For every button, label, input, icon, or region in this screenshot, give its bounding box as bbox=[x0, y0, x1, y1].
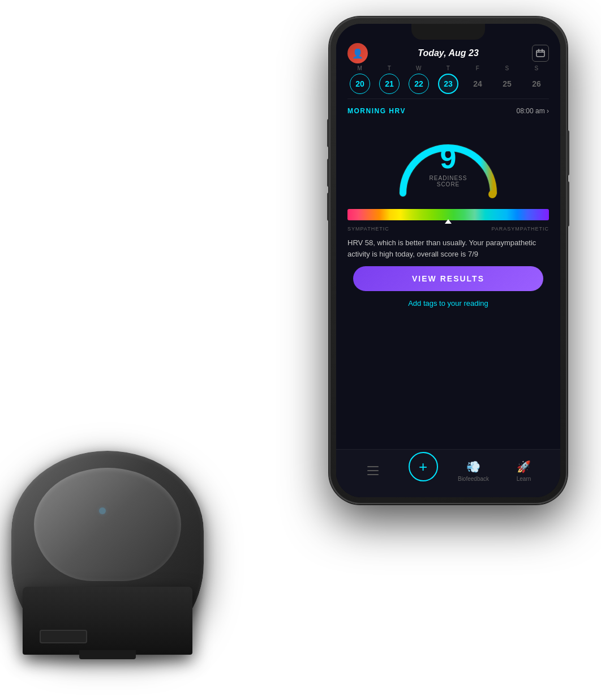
nav-item-add[interactable]: + bbox=[398, 452, 448, 489]
day-friday[interactable]: F 24 bbox=[467, 65, 488, 94]
phone-wrapper: 👤 Today, Aug 23 M 20 bbox=[329, 17, 567, 674]
week-strip: M 20 T 21 W 22 T 23 bbox=[336, 61, 560, 96]
gauge-readiness-label: READINESS SCORE bbox=[430, 175, 467, 187]
day-letter-f: F bbox=[476, 65, 480, 71]
day-letter-t2: T bbox=[447, 65, 450, 71]
day-num-23: 23 bbox=[438, 74, 458, 94]
hrv-time-chevron: › bbox=[547, 107, 549, 115]
hardware-device bbox=[11, 417, 215, 655]
biofeedback-label: Biofeedback bbox=[458, 476, 489, 482]
svg-point-1 bbox=[488, 190, 496, 198]
day-saturday[interactable]: S 25 bbox=[497, 65, 517, 94]
add-tags-section: Add tags to your reading bbox=[336, 296, 560, 310]
hrv-time: 08:00 am › bbox=[517, 107, 549, 115]
day-num-26: 26 bbox=[526, 74, 547, 94]
hrv-label: MORNING HRV bbox=[347, 107, 406, 115]
biofeedback-icon: 💨 bbox=[466, 460, 480, 473]
stats-icon bbox=[367, 466, 379, 475]
hrv-description: HRV 58, which is better than usually. Yo… bbox=[336, 232, 560, 264]
learn-label: Learn bbox=[517, 476, 531, 482]
spectrum-section: SYMPATHETIC PARASYMPATHETIC bbox=[336, 209, 560, 232]
gauge-container: 9 READINESS SCORE bbox=[347, 119, 549, 204]
phone-notch bbox=[411, 24, 485, 40]
day-num-24: 24 bbox=[467, 74, 488, 94]
device-base bbox=[23, 587, 192, 655]
day-letter-m: M bbox=[358, 65, 363, 71]
day-num-22: 22 bbox=[409, 74, 429, 94]
spectrum-indicator bbox=[445, 219, 452, 224]
nav-item-learn[interactable]: 🚀 Learn bbox=[499, 460, 549, 482]
day-num-20: 20 bbox=[350, 74, 370, 94]
day-letter-t1: T bbox=[388, 65, 392, 71]
day-num-25: 25 bbox=[497, 74, 517, 94]
sympathetic-label: SYMPATHETIC bbox=[347, 226, 389, 232]
add-tags-text[interactable]: Add tags to your reading bbox=[408, 299, 488, 308]
view-results-button[interactable]: VIEW RESULTS bbox=[353, 266, 543, 291]
header-date: Today, Aug 23 bbox=[418, 48, 479, 58]
day-tuesday[interactable]: T 21 bbox=[379, 65, 400, 94]
day-monday[interactable]: M 20 bbox=[350, 65, 370, 94]
calendar-icon[interactable] bbox=[532, 45, 549, 62]
header-divider bbox=[347, 99, 549, 99]
gauge-center: 9 READINESS SCORE bbox=[430, 143, 467, 187]
day-num-21: 21 bbox=[379, 74, 400, 94]
day-wednesday[interactable]: W 22 bbox=[409, 65, 429, 94]
phone-frame: 👤 Today, Aug 23 M 20 bbox=[329, 17, 567, 504]
spectrum-bar bbox=[347, 209, 549, 220]
app-header: 👤 Today, Aug 23 bbox=[336, 44, 560, 61]
day-sunday[interactable]: S 26 bbox=[526, 65, 547, 94]
phone-screen: 👤 Today, Aug 23 M 20 bbox=[336, 24, 560, 497]
day-letter-w: W bbox=[416, 65, 422, 71]
nav-plus-button[interactable]: + bbox=[409, 452, 438, 481]
day-thursday[interactable]: T 23 bbox=[438, 65, 458, 94]
screen-content: 👤 Today, Aug 23 M 20 bbox=[336, 24, 560, 497]
svg-rect-0 bbox=[536, 50, 544, 57]
hrv-header: MORNING HRV 08:00 am › bbox=[347, 107, 549, 115]
parasympathetic-label: PARASYMPATHETIC bbox=[491, 226, 549, 232]
gauge-score: 9 bbox=[430, 143, 467, 173]
avatar[interactable]: 👤 bbox=[347, 43, 368, 63]
day-letter-s1: S bbox=[505, 65, 509, 71]
device-button bbox=[99, 507, 106, 514]
nav-item-biofeedback[interactable]: 💨 Biofeedback bbox=[448, 460, 499, 482]
spectrum-labels: SYMPATHETIC PARASYMPATHETIC bbox=[347, 226, 549, 232]
bottom-nav: + 💨 Biofeedback 🚀 Learn bbox=[336, 449, 560, 497]
device-connector bbox=[79, 650, 136, 659]
learn-icon: 🚀 bbox=[517, 460, 531, 473]
nav-item-stats[interactable] bbox=[347, 466, 398, 475]
day-letter-s2: S bbox=[534, 65, 538, 71]
hrv-section: MORNING HRV 08:00 am › bbox=[336, 101, 560, 207]
